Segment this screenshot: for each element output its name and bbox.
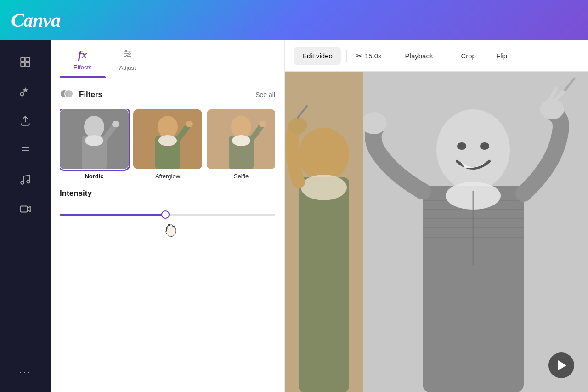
crop-button[interactable]: Crop [452,47,484,65]
see-all-button[interactable]: See all [255,91,275,98]
filter-thumb-nordic[interactable] [60,109,129,169]
svg-rect-2 [21,62,25,67]
svg-point-45 [288,118,307,134]
sidebar: ... [0,40,51,392]
svg-rect-0 [21,57,25,62]
svg-point-48 [436,109,510,190]
scissors-icon: ✂ [356,51,362,60]
svg-point-21 [158,116,178,138]
more-options[interactable]: ... [19,365,31,383]
svg-rect-1 [26,57,30,62]
svg-point-25 [186,121,193,127]
main-content: ... fx Effects Ad [0,40,588,392]
filter-grid: Nordic Afterglow [60,109,275,180]
adjust-tab[interactable]: Adjust [106,40,150,78]
header: Canva [0,0,588,40]
sidebar-item-text[interactable] [13,138,38,163]
svg-point-11 [125,51,127,52]
svg-point-5 [21,181,24,184]
filter-label-nordic: Nordic [85,173,103,180]
toolbar-divider-1 [346,50,347,62]
filters-icon [60,87,74,102]
play-button[interactable] [548,352,574,378]
svg-point-15 [84,116,104,138]
video-preview-left [285,72,363,392]
playback-button[interactable]: Playback [397,47,441,65]
filters-title-group: Filters [60,87,102,102]
sidebar-item-elements[interactable] [13,79,38,104]
svg-point-19 [112,121,119,127]
toolbar-duration: ✂ 15.0s [352,51,385,60]
cursor-area [60,224,275,240]
svg-point-42 [299,128,349,181]
svg-point-29 [232,135,250,146]
video-canvas [285,72,588,392]
hand-cursor-icon [164,224,177,242]
video-preview-right [363,72,588,392]
video-area: Edit video ✂ 15.0s Playback Crop Flip [285,40,588,392]
crop-label: Crop [461,52,476,60]
play-icon [558,360,566,370]
fx-icon: fx [78,49,87,61]
svg-point-6 [27,180,30,183]
filters-title: Filters [79,90,102,99]
playback-label: Playback [405,52,433,60]
intensity-label: Intensity [60,189,275,198]
filter-label-afterglow: Afterglow [155,173,180,180]
intensity-slider-track[interactable] [60,214,275,216]
sidebar-item-video[interactable] [13,197,38,222]
effects-tab[interactable]: fx Effects [60,40,106,78]
filter-item-selfie[interactable]: Selfie [207,109,275,180]
svg-point-49 [457,142,466,150]
filters-section: Filters See all [51,78,284,184]
svg-point-17 [85,135,103,146]
intensity-slider-fill [60,214,165,216]
svg-point-31 [259,121,266,127]
sidebar-item-audio[interactable] [13,167,38,192]
adjust-tab-label: Adjust [119,64,136,71]
svg-point-13 [126,56,128,57]
svg-point-50 [480,142,489,150]
edit-video-label: Edit video [302,52,333,60]
filter-thumb-selfie[interactable] [207,109,275,169]
flip-button[interactable]: Flip [488,47,515,65]
sidebar-item-layout[interactable] [13,50,38,74]
panel-tabs: fx Effects Adjust [51,40,284,78]
filter-item-nordic[interactable]: Nordic [60,109,129,180]
flip-label: Flip [496,52,507,60]
svg-point-4 [21,92,24,96]
filter-thumb-afterglow[interactable] [133,109,202,169]
toolbar: Edit video ✂ 15.0s Playback Crop Flip [285,40,588,72]
adjust-icon [123,49,133,62]
filter-item-afterglow[interactable]: Afterglow [133,109,202,180]
svg-rect-7 [20,206,27,212]
svg-point-12 [128,53,130,55]
intensity-slider-container [60,205,275,224]
svg-point-23 [158,135,177,146]
svg-rect-3 [26,62,30,67]
duration-value: 15.0s [365,52,382,60]
svg-point-27 [231,116,251,138]
svg-point-44 [301,175,347,200]
intensity-slider-thumb[interactable] [161,210,170,219]
canva-logo: Canva [11,9,60,31]
filter-label-selfie: Selfie [234,173,249,180]
effects-tab-label: Effects [74,64,92,71]
filters-header: Filters See all [60,87,275,102]
effects-panel: fx Effects Adjust [51,40,285,392]
intensity-section: Intensity [51,184,284,250]
toolbar-divider-2 [391,50,391,62]
sidebar-item-uploads[interactable] [13,108,38,133]
svg-rect-43 [299,177,349,392]
edit-video-button[interactable]: Edit video [294,47,341,65]
toolbar-divider-3 [447,50,447,62]
